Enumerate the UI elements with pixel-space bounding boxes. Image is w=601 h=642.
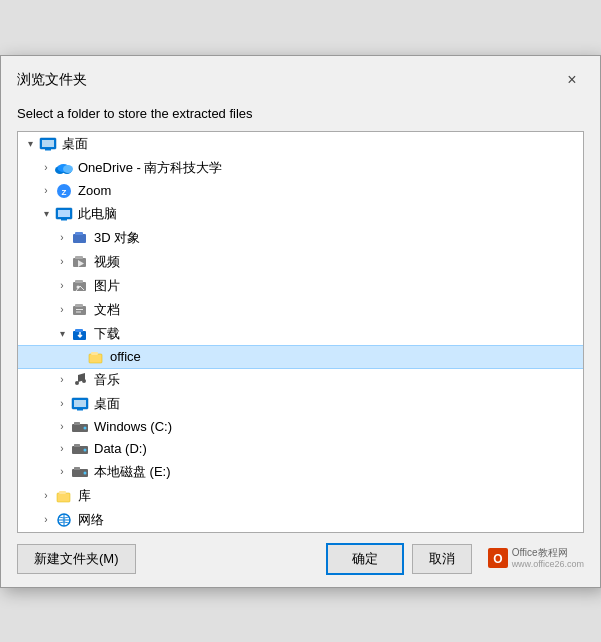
picture-icon	[70, 278, 90, 294]
svg-rect-20	[73, 306, 86, 315]
svg-rect-43	[59, 491, 66, 494]
title-bar: 浏览文件夹 ×	[1, 56, 600, 100]
drive-e-icon	[70, 464, 90, 480]
expand-icon-local-e[interactable]	[54, 464, 70, 480]
tree-label-thispc: 此电脑	[78, 205, 117, 223]
tree-item-picture[interactable]: 图片	[18, 274, 583, 298]
video-icon	[70, 254, 90, 270]
browse-folder-dialog: 浏览文件夹 × Select a folder to store the ext…	[0, 55, 601, 588]
expand-icon-download[interactable]	[54, 326, 70, 342]
expand-icon-network[interactable]	[38, 512, 54, 528]
expand-icon-document[interactable]	[54, 302, 70, 318]
ok-button[interactable]: 确定	[326, 543, 404, 575]
drive-c-icon	[70, 419, 90, 435]
svg-rect-2	[45, 149, 51, 151]
tree-label-3d: 3D 对象	[94, 229, 140, 247]
tree-item-onedrive[interactable]: OneDrive - 南方科技大学	[18, 156, 583, 180]
watermark-text: Office教程网 www.office26.com	[512, 547, 584, 570]
svg-rect-34	[74, 422, 80, 425]
tree-item-download[interactable]: 下载	[18, 322, 583, 346]
svg-rect-42	[57, 493, 70, 502]
svg-rect-27	[91, 352, 98, 355]
thispc-icon	[54, 206, 74, 222]
svg-rect-37	[74, 444, 80, 447]
tree-item-library[interactable]: 库	[18, 484, 583, 508]
tree-item-3d[interactable]: 3D 对象	[18, 226, 583, 250]
expand-icon-onedrive[interactable]	[38, 160, 54, 176]
expand-icon-music[interactable]	[54, 372, 70, 388]
network-icon	[54, 512, 74, 528]
cancel-button[interactable]: 取消	[412, 544, 472, 574]
svg-text:Z: Z	[62, 188, 67, 197]
expand-icon-desktop[interactable]	[22, 136, 38, 152]
new-folder-button[interactable]: 新建文件夹(M)	[17, 544, 136, 574]
tree-label-music: 音乐	[94, 371, 120, 389]
tree-label-library: 库	[78, 487, 91, 505]
dialog-title: 浏览文件夹	[17, 71, 87, 89]
library-icon	[54, 488, 74, 504]
svg-rect-21	[75, 304, 83, 307]
tree-item-windows-c[interactable]: Windows (C:)	[18, 416, 583, 438]
svg-point-29	[82, 379, 86, 383]
svg-rect-31	[74, 400, 86, 407]
svg-rect-40	[74, 467, 80, 470]
folder-tree-scroll[interactable]: 桌面 OneDrive - 南方科技大学 Z Zoom	[18, 132, 583, 532]
desktop-icon	[38, 136, 58, 152]
office-watermark: O Office教程网 www.office26.com	[488, 547, 584, 570]
tree-item-data-d[interactable]: Data (D:)	[18, 438, 583, 460]
expand-icon-3d[interactable]	[54, 230, 70, 246]
tree-label-desktop-top: 桌面	[62, 135, 88, 153]
svg-rect-13	[75, 232, 83, 235]
button-bar: 新建文件夹(M) 确定 取消 O Office教程网 www.office26.…	[1, 533, 600, 587]
onedrive-icon	[54, 160, 74, 176]
svg-point-38	[84, 448, 87, 451]
watermark-brand: Office教程网	[512, 547, 584, 559]
tree-label-onedrive: OneDrive - 南方科技大学	[78, 159, 222, 177]
tree-item-desktop-drive[interactable]: 桌面	[18, 392, 583, 416]
tree-label-data-d: Data (D:)	[94, 441, 147, 456]
expand-icon-video[interactable]	[54, 254, 70, 270]
tree-label-windows-c: Windows (C:)	[94, 419, 172, 434]
svg-rect-1	[42, 140, 54, 147]
svg-point-35	[84, 426, 87, 429]
tree-item-video[interactable]: 视频	[18, 250, 583, 274]
close-button[interactable]: ×	[560, 68, 584, 92]
document-icon	[70, 302, 90, 318]
expand-icon-data-d[interactable]	[54, 441, 70, 457]
3d-icon	[70, 230, 90, 246]
expand-icon-library[interactable]	[38, 488, 54, 504]
expand-icon-desktop-drive[interactable]	[54, 396, 70, 412]
tree-item-office[interactable]: office	[18, 346, 583, 368]
tree-label-network: 网络	[78, 511, 104, 529]
expand-icon-windows-c[interactable]	[54, 419, 70, 435]
svg-rect-26	[89, 354, 102, 363]
svg-point-41	[84, 471, 87, 474]
tree-item-thispc[interactable]: 此电脑	[18, 202, 583, 226]
tree-item-desktop-top[interactable]: 桌面	[18, 132, 583, 156]
expand-icon-thispc[interactable]	[38, 206, 54, 222]
office-folder-icon	[86, 349, 106, 365]
folder-tree-container: 桌面 OneDrive - 南方科技大学 Z Zoom	[17, 131, 584, 533]
svg-rect-11	[61, 219, 67, 221]
watermark-url: www.office26.com	[512, 559, 584, 570]
tree-item-local-e[interactable]: 本地磁盘 (E:)	[18, 460, 583, 484]
tree-label-video: 视频	[94, 253, 120, 271]
download-icon	[70, 326, 90, 342]
svg-rect-12	[73, 234, 86, 243]
svg-text:O: O	[493, 552, 502, 566]
expand-icon-picture[interactable]	[54, 278, 70, 294]
svg-point-28	[75, 381, 79, 385]
zoom-icon: Z	[54, 183, 74, 199]
expand-icon-office	[70, 349, 86, 365]
svg-rect-25	[75, 329, 83, 332]
tree-label-document: 文档	[94, 301, 120, 319]
tree-item-document[interactable]: 文档	[18, 298, 583, 322]
tree-label-picture: 图片	[94, 277, 120, 295]
tree-item-music[interactable]: 音乐	[18, 368, 583, 392]
tree-item-zoom[interactable]: Z Zoom	[18, 180, 583, 202]
tree-item-network[interactable]: 网络	[18, 508, 583, 532]
expand-icon-zoom[interactable]	[38, 183, 54, 199]
desktop-folder-icon	[70, 396, 90, 412]
svg-rect-15	[75, 256, 83, 259]
svg-rect-32	[77, 409, 83, 411]
